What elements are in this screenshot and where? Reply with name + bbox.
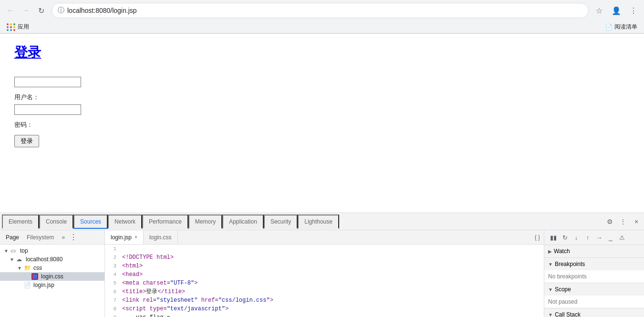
devtools-tab-bar: Elements Console Sources Network Perform… — [0, 213, 644, 230]
code-line-2: 2 <!DOCTYPE html> — [105, 253, 544, 262]
settings-icon-btn[interactable]: ⚙ — [604, 216, 615, 227]
more-options-btn[interactable]: ⋮ — [617, 216, 629, 227]
lock-icon: ⓘ — [58, 6, 64, 15]
devtools: Elements Console Sources Network Perform… — [0, 213, 644, 317]
code-line-4: 4 <head> — [105, 270, 544, 279]
jsp-file-icon: 📄 — [24, 282, 31, 288]
file-tree: ▼ ▭ top ▼ ☁ localhost:8080 ▼ 📁 css — [0, 245, 104, 317]
folder-icon-css: 📁 — [24, 265, 31, 271]
page-title[interactable]: 登录 — [14, 43, 41, 61]
watch-section: ▶ Watch — [544, 245, 644, 258]
format-button[interactable]: { } — [531, 232, 544, 243]
tab-elements[interactable]: Elements — [2, 215, 39, 229]
bookmark-button[interactable]: ☆ — [592, 4, 606, 17]
code-tab-login-css[interactable]: login.css — [144, 230, 178, 244]
pause-btn[interactable]: ▮▮ — [548, 232, 559, 243]
debugger-sections: ▶ Watch ▼ Breakpoints No breakpoints — [544, 245, 644, 317]
step-out-btn[interactable]: ↑ — [582, 232, 593, 243]
top-input[interactable] — [14, 77, 81, 87]
breakpoints-section: ▼ Breakpoints No breakpoints — [544, 258, 644, 283]
pause-on-exception-btn[interactable]: ⚠ — [617, 232, 627, 243]
tab-sources[interactable]: Sources — [73, 215, 108, 229]
apps-grid-icon — [7, 23, 16, 31]
tree-item-login-css[interactable]: login.css — [0, 272, 104, 281]
folder-icon-top: ▭ — [10, 247, 18, 254]
code-content[interactable]: 1 2 <!DOCTYPE html> 3 <html> 4 <head> 5 — [105, 245, 544, 317]
code-line-3: 3 <html> — [105, 262, 544, 270]
scope-section-header[interactable]: ▼ Scope — [544, 283, 644, 296]
tab-console[interactable]: Console — [39, 215, 73, 229]
watch-label: Watch — [554, 248, 570, 255]
submit-button[interactable]: 登录 — [14, 135, 39, 147]
url-display: localhost:8080/login.jsp — [67, 7, 582, 14]
menu-button[interactable]: ⋮ — [627, 4, 640, 17]
tab-network[interactable]: Network — [108, 215, 142, 229]
line-num-6: 6 — [105, 287, 120, 296]
step-btn[interactable]: → — [594, 232, 604, 243]
tab-lighthouse[interactable]: Lighthouse — [298, 215, 339, 229]
file-tree-more-btn[interactable]: ⋮ — [70, 233, 77, 242]
tab-security[interactable]: Security — [264, 215, 298, 229]
tab-application[interactable]: Application — [222, 215, 264, 229]
back-button[interactable]: ← — [4, 4, 17, 17]
line-content-2: <!DOCTYPE html> — [120, 253, 544, 262]
line-content-4: <head> — [120, 270, 544, 279]
nav-buttons: ← → ↻ — [4, 4, 48, 17]
code-editor-panel: login.jsp × login.css { } 1 2 <!DOCTYPE … — [105, 230, 544, 317]
tab-memory[interactable]: Memory — [188, 215, 222, 229]
tree-arrow-css: ▼ — [17, 266, 22, 271]
tab-performance[interactable]: Performance — [142, 215, 188, 229]
step-over-btn[interactable]: ↻ — [560, 232, 570, 243]
username-input[interactable] — [14, 104, 81, 115]
tree-item-login-jsp[interactable]: 📄 login.jsp — [0, 281, 104, 289]
debugger-panel: ▮▮ ↻ ↓ ↑ → ⎯ ⚠ ▶ Watch — [544, 230, 644, 317]
reload-button[interactable]: ↻ — [34, 4, 48, 17]
bookmarks-bar: 应用 📄 阅读清单 — [0, 21, 644, 33]
forward-button[interactable]: → — [19, 4, 32, 17]
cloud-icon-localhost: ☁ — [16, 256, 24, 263]
file-tree-tab-filesystem[interactable]: Filesystem — [23, 233, 58, 242]
deactivate-btn[interactable]: ⎯ — [605, 232, 616, 243]
line-num-4: 4 — [105, 270, 120, 279]
tree-label-login-jsp: login.jsp — [33, 282, 54, 288]
call-stack-section: ▼ Call Stack Not paused — [544, 308, 644, 317]
debugger-controls: ▮▮ ↻ ↓ ↑ → ⎯ ⚠ — [544, 230, 644, 245]
file-tree-tab-page[interactable]: Page — [2, 233, 23, 242]
code-tab-login-jsp[interactable]: login.jsp × — [105, 230, 144, 244]
step-into-btn[interactable]: ↓ — [571, 232, 582, 243]
file-tree-tab-more[interactable]: » — [58, 233, 69, 242]
tree-label-top: top — [20, 247, 28, 254]
tree-item-css-folder[interactable]: ▼ 📁 css — [0, 264, 104, 272]
profile-button[interactable]: 👤 — [610, 4, 623, 17]
call-stack-label: Call Stack — [555, 311, 581, 317]
line-content-5: <meta charset="UTF-8"> — [120, 279, 544, 287]
close-devtools-btn[interactable]: × — [631, 216, 642, 227]
watch-section-header[interactable]: ▶ Watch — [544, 245, 644, 257]
close-login-jsp-tab[interactable]: × — [135, 235, 137, 240]
call-stack-section-header[interactable]: ▼ Call Stack — [544, 308, 644, 317]
breakpoints-section-header[interactable]: ▼ Breakpoints — [544, 258, 644, 270]
scope-section: ▼ Scope Not paused — [544, 283, 644, 308]
code-line-1: 1 — [105, 245, 544, 253]
tree-item-localhost[interactable]: ▼ ☁ localhost:8080 — [0, 255, 104, 264]
code-line-8: 8 <script type="text/javascript"> — [105, 305, 544, 313]
file-tree-panel: Page Filesystem » ⋮ ▼ ▭ top ▼ ☁ localhos… — [0, 230, 105, 317]
reading-list-button[interactable]: 📄 阅读清单 — [602, 22, 640, 32]
username-row: 用户名： — [14, 93, 630, 115]
reading-list-icon: 📄 — [605, 24, 613, 31]
apps-button[interactable]: 应用 — [4, 22, 32, 32]
code-line-5: 5 <meta charset="UTF-8"> — [105, 279, 544, 287]
code-tab-label-login-jsp: login.jsp — [111, 234, 132, 241]
line-num-5: 5 — [105, 279, 120, 287]
toolbar-right: ☆ 👤 ⋮ — [592, 4, 640, 17]
devtools-tab-icons: ⚙ ⋮ × — [604, 216, 642, 227]
password-row: 密码： — [14, 121, 630, 129]
devtools-body: Page Filesystem » ⋮ ▼ ▭ top ▼ ☁ localhos… — [0, 230, 644, 317]
line-content-3: <html> — [120, 262, 544, 270]
no-breakpoints-text: No breakpoints — [548, 273, 587, 280]
tree-label-localhost: localhost:8080 — [26, 256, 62, 263]
call-stack-arrow: ▼ — [548, 312, 553, 317]
address-bar[interactable]: ⓘ localhost:8080/login.jsp — [52, 3, 589, 18]
password-label: 密码： — [14, 121, 630, 129]
tree-item-top[interactable]: ▼ ▭ top — [0, 246, 104, 255]
